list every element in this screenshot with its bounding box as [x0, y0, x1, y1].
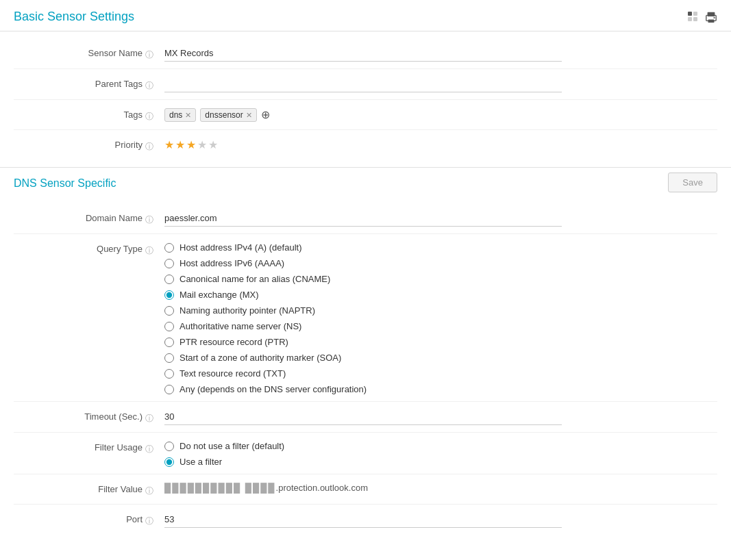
filter-value-info-icon[interactable]: ⓘ: [145, 485, 153, 497]
timeout-label: Timeout (Sec.) ⓘ: [14, 409, 164, 424]
query-option-txt[interactable]: Text resource record (TXT): [164, 368, 717, 379]
star-5[interactable]: ★: [208, 138, 218, 151]
port-input[interactable]: [164, 513, 562, 528]
parent-tags-input[interactable]: [164, 77, 562, 92]
query-type-radio-group: Host address IPv4 (A) (default) Host add…: [164, 242, 717, 394]
svg-rect-6: [708, 19, 715, 22]
filter-value-masked: ██████████ ████: [164, 483, 276, 493]
tags-row: Tags ⓘ dns ✕ dnssensor ✕ ⊕: [14, 100, 717, 130]
filter-value-value: ██████████ ████.protection.outlook.com: [164, 481, 717, 493]
star-3[interactable]: ★: [186, 138, 196, 151]
header-icons: [687, 11, 717, 23]
dns-section-title: DNS Sensor Specific: [0, 168, 129, 196]
port-info-icon[interactable]: ⓘ: [145, 516, 153, 527]
svg-rect-2: [688, 17, 692, 21]
tag-add-button[interactable]: ⊕: [261, 110, 270, 120]
svg-rect-3: [693, 17, 697, 21]
sensor-name-label: Sensor Name ⓘ: [14, 45, 164, 61]
tags-value: dns ✕ dnssensor ✕ ⊕: [164, 107, 717, 122]
priority-stars[interactable]: ★ ★ ★ ★ ★: [164, 138, 717, 151]
svg-rect-0: [688, 12, 692, 16]
query-option-ipv6[interactable]: Host address IPv6 (AAAA): [164, 258, 717, 268]
svg-rect-4: [708, 12, 715, 16]
query-option-soa[interactable]: Start of a zone of authority marker (SOA…: [164, 353, 717, 363]
filter-value-row: Filter Value ⓘ ██████████ ████.protectio…: [14, 474, 717, 505]
filter-usage-value: Do not use a filter (default) Use a filt…: [164, 440, 717, 467]
timeout-info-icon[interactable]: ⓘ: [145, 413, 153, 424]
basic-sensor-section: Sensor Name ⓘ Parent Tags ⓘ Tags ⓘ dns ✕: [0, 31, 731, 167]
tags-container: dns ✕ dnssensor ✕ ⊕: [164, 108, 717, 122]
domain-name-value: [164, 210, 717, 227]
filter-usage-row: Filter Usage ⓘ Do not use a filter (defa…: [14, 433, 717, 474]
timeout-row: Timeout (Sec.) ⓘ: [14, 402, 717, 433]
query-type-label: Query Type ⓘ: [14, 241, 164, 257]
sensor-name-row: Sensor Name ⓘ: [14, 38, 717, 69]
sensor-name-value: [164, 45, 717, 62]
port-row: Port ⓘ: [14, 505, 717, 535]
print-icon[interactable]: [705, 11, 717, 23]
tags-label: Tags ⓘ: [14, 107, 164, 123]
priority-info-icon[interactable]: ⓘ: [145, 141, 153, 153]
query-option-naptr[interactable]: Naming authority pointer (NAPTR): [164, 305, 717, 316]
sensor-name-input[interactable]: [164, 47, 562, 62]
filter-usage-info-icon[interactable]: ⓘ: [145, 444, 153, 455]
domain-name-input[interactable]: [164, 212, 562, 227]
parent-tags-value: [164, 76, 717, 92]
parent-tags-label: Parent Tags ⓘ: [14, 76, 164, 92]
query-option-ns[interactable]: Authoritative name server (NS): [164, 321, 717, 331]
priority-label: Priority ⓘ: [14, 137, 164, 153]
tag-dns: dns ✕: [164, 108, 196, 122]
query-option-ptr[interactable]: PTR resource record (PTR): [164, 337, 717, 347]
priority-row: Priority ⓘ ★ ★ ★ ★ ★: [14, 130, 717, 160]
parent-tags-info-icon[interactable]: ⓘ: [145, 80, 153, 92]
domain-name-label: Domain Name ⓘ: [14, 210, 164, 226]
timeout-input[interactable]: [164, 410, 562, 425]
dns-section-header: DNS Sensor Specific Save: [0, 168, 731, 196]
sensor-name-info-icon[interactable]: ⓘ: [145, 49, 153, 61]
query-type-info-icon[interactable]: ⓘ: [145, 245, 153, 257]
query-option-ipv4[interactable]: Host address IPv4 (A) (default): [164, 242, 717, 253]
query-option-any[interactable]: Any (depends on the DNS server configura…: [164, 384, 717, 394]
tag-dns-remove[interactable]: ✕: [185, 111, 191, 120]
save-button[interactable]: Save: [668, 173, 717, 192]
dns-section-wrapper: DNS Sensor Specific Save Domain Name ⓘ Q…: [0, 168, 731, 542]
port-label: Port ⓘ: [14, 511, 164, 527]
priority-value: ★ ★ ★ ★ ★: [164, 137, 717, 151]
svg-point-7: [713, 16, 715, 18]
star-1[interactable]: ★: [164, 138, 174, 151]
filter-usage-label: Filter Usage ⓘ: [14, 440, 164, 455]
filter-usage-radio-group: Do not use a filter (default) Use a filt…: [164, 441, 717, 467]
star-4[interactable]: ★: [197, 138, 207, 151]
domain-name-info-icon[interactable]: ⓘ: [145, 214, 153, 226]
query-type-value: Host address IPv4 (A) (default) Host add…: [164, 241, 717, 394]
svg-rect-1: [693, 12, 697, 16]
filter-no-filter[interactable]: Do not use a filter (default): [164, 441, 717, 451]
timeout-value: [164, 409, 717, 425]
query-option-mx[interactable]: Mail exchange (MX): [164, 290, 717, 300]
filter-value-label: Filter Value ⓘ: [14, 481, 164, 497]
tags-info-icon[interactable]: ⓘ: [145, 111, 153, 123]
dns-sensor-section: Domain Name ⓘ Query Type ⓘ Host address …: [0, 196, 731, 542]
page-header: Basic Sensor Settings: [0, 0, 731, 31]
star-2[interactable]: ★: [175, 138, 185, 151]
filter-use-filter[interactable]: Use a filter: [164, 457, 717, 467]
query-type-row: Query Type ⓘ Host address IPv4 (A) (defa…: [14, 234, 717, 402]
port-value: [164, 511, 717, 528]
tag-dnssensor: dnssensor ✕: [200, 108, 256, 122]
parent-tags-row: Parent Tags ⓘ: [14, 69, 717, 100]
tag-dnssensor-remove[interactable]: ✕: [246, 111, 252, 120]
grid-icon[interactable]: [687, 11, 699, 23]
domain-name-row: Domain Name ⓘ: [14, 203, 717, 234]
page-title: Basic Sensor Settings: [14, 10, 134, 24]
query-option-cname[interactable]: Canonical name for an alias (CNAME): [164, 274, 717, 284]
